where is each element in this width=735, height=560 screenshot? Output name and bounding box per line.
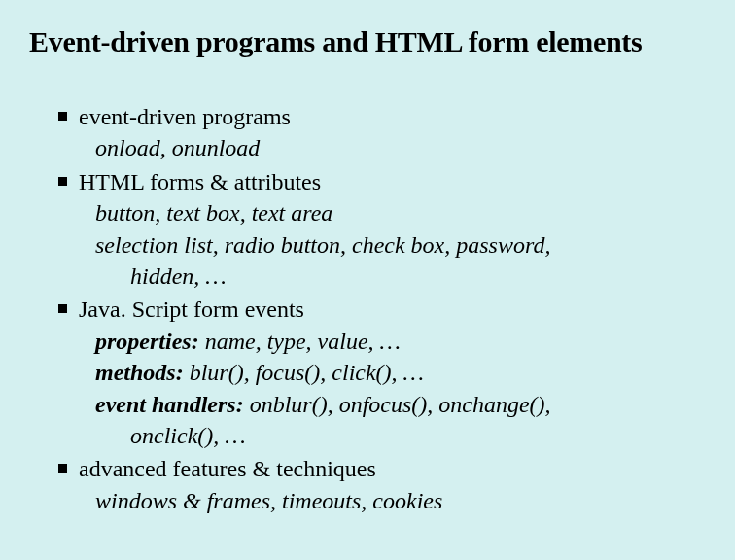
- bullet-text: advanced features & techniques: [79, 453, 706, 484]
- slide: Event-driven programs and HTML form elem…: [0, 0, 735, 538]
- sub-item: event handlers: onblur(), onfocus(), onc…: [58, 389, 706, 420]
- square-bullet-icon: [58, 304, 67, 313]
- sub-item-wrap: onclick(), …: [58, 420, 706, 451]
- sub-item: button, text box, text area: [58, 197, 706, 228]
- slide-content: event-driven programs onload, onunload H…: [29, 101, 706, 516]
- sub-item: onload, onunload: [58, 132, 706, 163]
- bullet-text: HTML forms & attributes: [79, 166, 706, 197]
- sub-item: methods: blur(), focus(), click(), …: [58, 357, 706, 388]
- slide-title: Event-driven programs and HTML form elem…: [29, 25, 706, 58]
- square-bullet-icon: [58, 464, 67, 472]
- sub-item: selection list, radio button, check box,…: [58, 229, 706, 261]
- sub-item: windows & frames, timeouts, cookies: [58, 485, 706, 516]
- bullet-text: Java. Script form events: [79, 294, 706, 325]
- list-item: Java. Script form events properties: nam…: [58, 294, 706, 451]
- bullet-text: event-driven programs: [79, 101, 706, 132]
- list-item: HTML forms & attributes button, text box…: [58, 166, 706, 293]
- square-bullet-icon: [58, 177, 67, 186]
- sub-item: properties: name, type, value, …: [58, 326, 706, 357]
- square-bullet-icon: [58, 112, 67, 121]
- list-item: event-driven programs onload, onunload: [58, 101, 706, 164]
- list-item: advanced features & techniques windows &…: [58, 453, 706, 516]
- sub-item-wrap: hidden, …: [58, 261, 706, 292]
